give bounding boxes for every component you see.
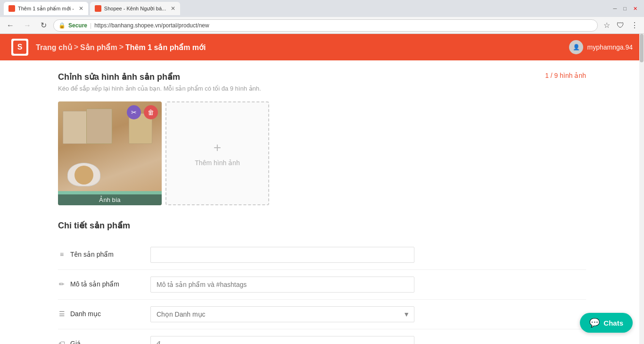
trash-icon: 🗑 xyxy=(148,109,154,116)
cover-image: ✂ 🗑 Ảnh bía xyxy=(58,101,162,205)
user-avatar: 👤 xyxy=(569,40,583,54)
list-icon-category: ☰ xyxy=(58,310,66,318)
image-section-subtitle: Kéo để sắp xếp lại hình ảnh của bạn. Mỗi… xyxy=(58,85,261,92)
address-separator: | xyxy=(90,22,91,29)
address-bar[interactable]: 🔒 Secure | https://banhang.shopee.vn/por… xyxy=(53,19,598,32)
lock-icon: 🔒 xyxy=(58,22,66,29)
add-image-label: Thêm hình ảnh xyxy=(195,159,239,167)
add-image-slot[interactable]: + Thêm hình ảnh xyxy=(165,101,269,205)
shopee-logo: S xyxy=(11,39,28,56)
product-details-title: Chi tiết sản phẩm xyxy=(58,220,586,231)
shopee-logo-inner: S xyxy=(13,41,26,54)
label-price: 🏷 Giá xyxy=(58,336,143,344)
tab-2[interactable]: Shopee - Kênh Người bá... ✕ xyxy=(90,2,180,15)
browser-frame: Thêm 1 sản phẩm mới - ✕ Shopee - Kênh Ng… xyxy=(0,0,644,344)
input-price xyxy=(150,336,414,344)
reload-button[interactable]: ↻ xyxy=(38,20,50,31)
pencil-icon: ✏ xyxy=(58,280,66,288)
menu-icon[interactable]: ⋮ xyxy=(629,20,640,31)
window-close[interactable]: ✕ xyxy=(630,5,640,13)
image-section-title: Chỉnh sửa hình ảnh sản phẩm xyxy=(58,72,261,82)
label-category: ☰ Danh mục xyxy=(58,306,143,318)
tab-2-favicon xyxy=(95,5,101,12)
browser-titlebar: Thêm 1 sản phẩm mới - ✕ Shopee - Kênh Ng… xyxy=(0,0,644,17)
main-content: Chỉnh sửa hình ảnh sản phẩm Kéo để sắp x… xyxy=(0,60,644,344)
category-label-text: Danh mục xyxy=(70,310,101,318)
price-input[interactable] xyxy=(150,336,414,344)
input-category: Chọn Danh mục ▼ xyxy=(150,306,414,322)
label-product-name: ≡ Tên sản phẩm xyxy=(58,247,143,258)
tab-1-close[interactable]: ✕ xyxy=(79,5,83,12)
avatar-icon: 👤 xyxy=(573,44,580,50)
breadcrumb-products[interactable]: Sản phẩm xyxy=(80,43,117,52)
back-button[interactable]: ← xyxy=(4,20,17,31)
delete-image-button[interactable]: 🗑 xyxy=(144,105,158,119)
description-label-text: Mô tả sản phẩm xyxy=(70,280,119,288)
breadcrumb-sep2: > xyxy=(119,43,124,51)
content-area: Chỉnh sửa hình ảnh sản phẩm Kéo để sắp x… xyxy=(39,60,605,344)
category-select[interactable]: Chọn Danh mục xyxy=(150,306,414,322)
header-right: 👤 myphamnga.94 xyxy=(569,40,633,54)
tab-1[interactable]: Thêm 1 sản phẩm mới - ✕ xyxy=(4,2,88,15)
edit-icon: ✂ xyxy=(131,109,137,116)
breadcrumb-sep1: > xyxy=(74,43,78,51)
browser-scrollbar[interactable] xyxy=(639,34,644,344)
tag-icon: 🏷 xyxy=(58,340,66,344)
window-minimize[interactable]: ─ xyxy=(611,5,620,12)
image-section-header: Chỉnh sửa hình ảnh sản phẩm Kéo để sắp x… xyxy=(58,72,261,100)
description-input[interactable] xyxy=(150,277,414,293)
product-name-input[interactable] xyxy=(150,247,414,263)
images-row: ✂ 🗑 Ảnh bía + Thêm hình ảnh xyxy=(58,101,586,205)
tab-2-close[interactable]: ✕ xyxy=(171,5,175,12)
secure-text: Secure xyxy=(68,22,87,29)
form-row-price: 🏷 Giá xyxy=(58,329,586,344)
list-icon-name: ≡ xyxy=(58,251,66,258)
forward-button[interactable]: → xyxy=(21,20,34,31)
chat-button[interactable]: 💬 Chats xyxy=(580,313,633,333)
label-description: ✏ Mô tả sản phẩm xyxy=(58,277,143,288)
browser-toolbar: ← → ↻ 🔒 Secure | https://banhang.shopee.… xyxy=(0,17,644,34)
input-product-name xyxy=(150,247,414,263)
window-maximize[interactable]: □ xyxy=(620,5,629,12)
chat-icon: 💬 xyxy=(589,318,600,328)
bookmark-icon[interactable]: ☆ xyxy=(602,20,612,31)
product-name-label-text: Tên sản phẩm xyxy=(70,251,114,258)
form-row-description: ✏ Mô tả sản phẩm xyxy=(58,270,586,300)
url-text: https://banhang.shopee.vn/portal/product… xyxy=(94,22,593,29)
username: myphamnga.94 xyxy=(587,43,633,51)
browser-toolbar-right: ☆ 🛡 ⋮ xyxy=(602,20,640,31)
shopee-header: S Trang chủ > Sản phẩm > Thêm 1 sản phẩm… xyxy=(0,34,644,60)
tab-1-favicon xyxy=(8,5,15,12)
shopee-logo-text: S xyxy=(17,43,23,51)
form-row-category: ☰ Danh mục Chọn Danh mục ▼ xyxy=(58,300,586,329)
plus-icon: + xyxy=(214,140,221,155)
cover-label: Ảnh bía xyxy=(58,194,162,205)
breadcrumb: Trang chủ > Sản phẩm > Thêm 1 sản phẩm m… xyxy=(36,43,206,52)
cover-image-slot: ✂ 🗑 Ảnh bía xyxy=(58,101,162,205)
breadcrumb-home[interactable]: Trang chủ xyxy=(36,43,72,52)
chat-button-label: Chats xyxy=(603,319,623,327)
breadcrumb-current: Thêm 1 sản phẩm mới xyxy=(125,43,206,52)
input-description xyxy=(150,277,414,293)
tab-1-title: Thêm 1 sản phẩm mới - xyxy=(18,6,74,12)
image-overlay-buttons: ✂ 🗑 xyxy=(127,105,158,119)
edit-image-button[interactable]: ✂ xyxy=(127,105,141,119)
image-counter: 1 / 9 hình ảnh xyxy=(545,72,586,79)
form-row-name: ≡ Tên sản phẩm xyxy=(58,240,586,270)
category-select-wrapper: Chọn Danh mục ▼ xyxy=(150,306,414,322)
product-details: Chi tiết sản phẩm ≡ Tên sản phẩm ✏ Mô xyxy=(58,220,586,344)
price-label-text: Giá xyxy=(70,340,81,344)
scrollbar-thumb[interactable] xyxy=(640,34,644,62)
shield-icon[interactable]: 🛡 xyxy=(615,20,626,31)
tab-2-title: Shopee - Kênh Người bá... xyxy=(104,6,166,12)
